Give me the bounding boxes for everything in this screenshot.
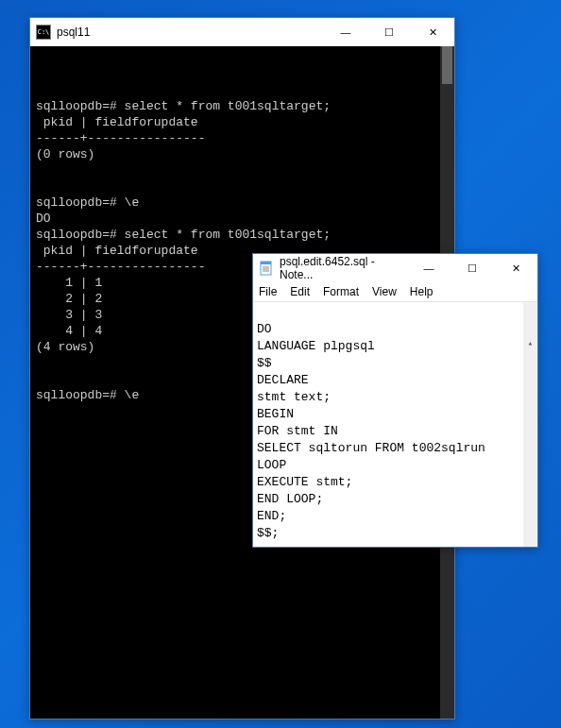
notepad-line: FOR stmt IN [257, 424, 338, 438]
close-button[interactable]: ✕ [494, 254, 537, 282]
terminal-title: psql11 [57, 25, 324, 39]
notepad-scrollbar[interactable]: ▴ [523, 302, 537, 547]
scroll-up-icon[interactable]: ▴ [523, 336, 537, 350]
terminal-line: (0 rows) [36, 147, 94, 161]
notepad-menubar: File Edit Format View Help [253, 282, 537, 301]
terminal-line: ------+---------------- [36, 260, 205, 274]
minimize-button[interactable]: — [324, 18, 367, 46]
notepad-line: SELECT sqltorun FROM t002sqlrun [257, 441, 485, 455]
notepad-line: EXECUTE stmt; [257, 475, 352, 489]
notepad-title: psql.edit.6452.sql - Note... [280, 255, 407, 281]
menu-help[interactable]: Help [410, 285, 434, 298]
notepad-line: DO [257, 322, 272, 336]
minimize-button[interactable]: — [407, 254, 450, 282]
notepad-window: psql.edit.6452.sql - Note... — ☐ ✕ File … [252, 253, 538, 548]
notepad-titlebar[interactable]: psql.edit.6452.sql - Note... — ☐ ✕ [253, 254, 537, 282]
svg-rect-1 [261, 262, 271, 264]
notepad-line: END LOOP; [257, 492, 323, 506]
close-button[interactable]: ✕ [411, 18, 454, 46]
menu-format[interactable]: Format [323, 285, 359, 298]
notepad-line: $$; [257, 526, 279, 540]
terminal-line: sqlloopdb=# select * from t001sqltarget; [36, 228, 331, 242]
terminal-scroll-thumb[interactable] [442, 46, 452, 84]
terminal-window-controls: — ☐ ✕ [324, 18, 454, 46]
terminal-line: pkid | fieldforupdate [36, 244, 198, 258]
notepad-line: LANGUAGE plpgsql [257, 339, 375, 353]
maximize-button[interactable]: ☐ [367, 18, 411, 46]
terminal-line: (4 rows) [36, 340, 94, 354]
terminal-titlebar[interactable]: C:\ psql11 — ☐ ✕ [30, 18, 454, 46]
notepad-line: $$ [257, 356, 272, 370]
terminal-line: 1 | 1 [36, 276, 102, 290]
notepad-line: DECLARE [257, 373, 309, 387]
notepad-line: stmt text; [257, 390, 331, 404]
maximize-button[interactable]: ☐ [450, 254, 494, 282]
notepad-body[interactable]: DO LANGUAGE plpgsql $$ DECLARE stmt text… [253, 301, 537, 547]
notepad-icon [259, 261, 274, 276]
menu-edit[interactable]: Edit [290, 285, 310, 298]
notepad-line: BEGIN [257, 407, 294, 421]
notepad-window-controls: — ☐ ✕ [407, 254, 537, 282]
terminal-line: 2 | 2 [36, 292, 102, 306]
notepad-line: LOOP [257, 458, 286, 472]
terminal-line: sqlloopdb=# select * from t001sqltarget; [36, 99, 331, 113]
notepad-line: END; [257, 509, 286, 523]
terminal-line: pkid | fieldforupdate [36, 115, 198, 129]
menu-file[interactable]: File [259, 285, 277, 298]
terminal-line: DO [36, 212, 51, 226]
terminal-line: sqlloopdb=# \e [36, 195, 139, 210]
terminal-line: sqlloopdb=# \e [36, 388, 139, 402]
cmd-icon: C:\ [36, 25, 51, 40]
terminal-line: 4 | 4 [36, 324, 102, 338]
terminal-line: ------+---------------- [36, 131, 205, 145]
terminal-line: 3 | 3 [36, 308, 102, 322]
menu-view[interactable]: View [372, 285, 397, 298]
